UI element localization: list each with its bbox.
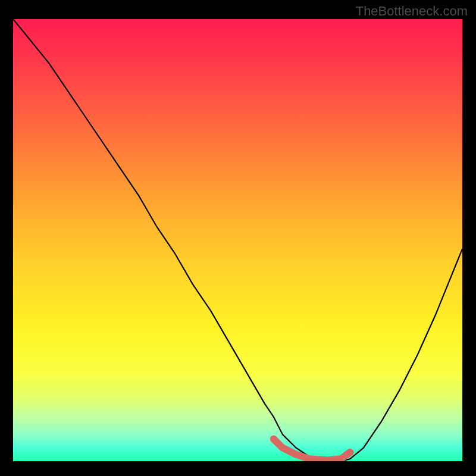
- svg-point-0: [270, 436, 277, 443]
- svg-point-1: [346, 449, 353, 456]
- watermark-text: TheBottleneck.com: [356, 4, 468, 19]
- chart-plot-area: [13, 19, 462, 461]
- optimal-range-highlight: [13, 19, 462, 461]
